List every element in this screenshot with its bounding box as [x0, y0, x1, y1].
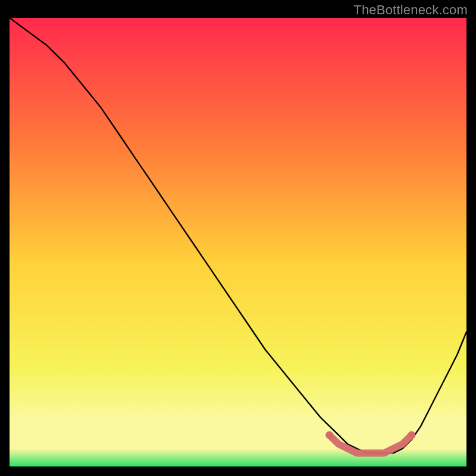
bottleneck-chart [0, 0, 476, 476]
flat-bottom-dot [325, 431, 333, 439]
plot-background [10, 18, 466, 466]
chart-stage: TheBottleneck.com [0, 0, 476, 476]
flat-bottom-dot [408, 431, 415, 439]
watermark-text: TheBottleneck.com [353, 2, 468, 18]
